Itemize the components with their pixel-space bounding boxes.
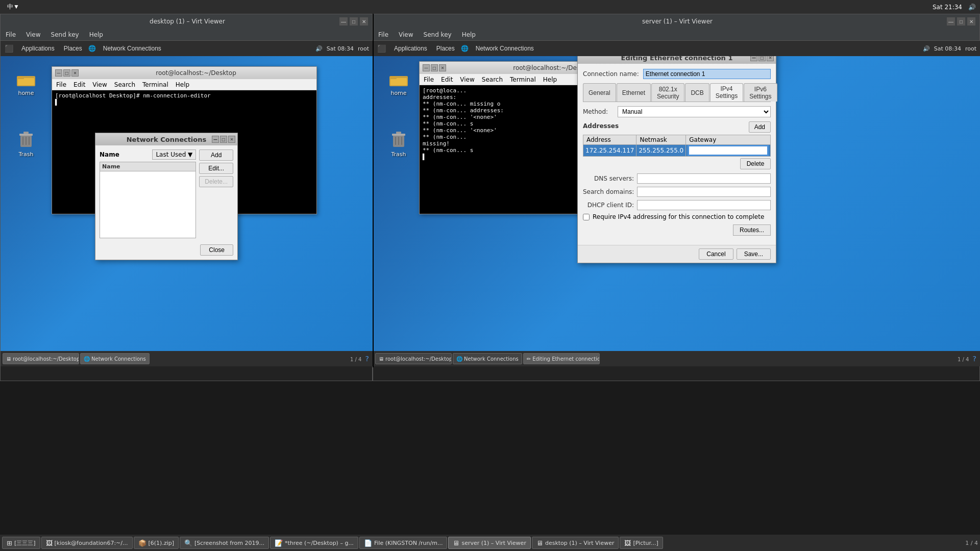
left-nc-minimize[interactable]: — xyxy=(212,136,219,143)
left-nc-close-btn[interactable]: Close xyxy=(200,244,233,256)
taskbar-item-8[interactable]: 🖼 [Pictur...] xyxy=(620,537,663,549)
left-menu-file[interactable]: File xyxy=(3,30,19,39)
right-menu-view[interactable]: View xyxy=(396,30,416,39)
left-menu-view[interactable]: View xyxy=(23,30,43,39)
right-vm-taskbar-terminal[interactable]: 🖥 root@localhost:~/Desktop xyxy=(375,353,452,364)
left-nc-list[interactable]: Name xyxy=(100,162,196,238)
left-terminal-minimize[interactable]: — xyxy=(55,69,62,77)
right-term-help[interactable]: Help xyxy=(541,76,559,84)
left-network-conn-btn[interactable]: Network Connections xyxy=(100,44,164,53)
ipv4-require-checkbox[interactable] xyxy=(583,214,590,220)
system-bar: 中▼ Sat 21:34 🔊 xyxy=(0,0,980,14)
right-menu-help[interactable]: Help xyxy=(459,30,479,39)
left-nc-edit-btn[interactable]: Edit... xyxy=(199,163,233,174)
left-menu-bar: File View Send key Help xyxy=(1,29,372,41)
left-term-file[interactable]: File xyxy=(54,81,68,89)
left-terminal-maximize[interactable]: □ xyxy=(63,69,70,77)
taskbar-icon-2: 📦 xyxy=(138,539,146,547)
addr-row-1-gateway[interactable] xyxy=(686,145,771,157)
right-term-search[interactable]: Search xyxy=(480,76,505,84)
col-netmask: Netmask xyxy=(636,135,686,145)
left-nc-side-btns: Add Edit... Delete... xyxy=(199,149,233,241)
save-btn[interactable]: Save... xyxy=(737,248,771,260)
search-domains-input[interactable] xyxy=(637,187,771,197)
method-select[interactable]: Manual Automatic (DHCP) xyxy=(618,106,771,117)
cancel-btn[interactable]: Cancel xyxy=(699,248,733,260)
taskbar-item-7[interactable]: 🖥 desktop (1) – Virt Viewer xyxy=(532,537,619,549)
left-maximize-btn[interactable]: □ xyxy=(350,17,358,26)
right-close-btn[interactable]: ✕ xyxy=(967,17,975,26)
gateway-input[interactable] xyxy=(688,145,768,156)
left-home-icon[interactable]: home xyxy=(8,66,44,98)
left-term-terminal[interactable]: Terminal xyxy=(140,81,170,89)
tab-8021x-security[interactable]: 802.1x Security xyxy=(651,83,684,102)
taskbar-item-3[interactable]: 🔍 [Screenshot from 2019... xyxy=(180,537,269,549)
right-vm-taskbar-editing[interactable]: ✏ Editing Ethernet connection 1 xyxy=(523,353,600,364)
tab-ipv4-settings[interactable]: IPv4 Settings xyxy=(710,83,743,102)
right-places-btn[interactable]: Places xyxy=(433,44,458,53)
addr-add-btn[interactable]: Add xyxy=(749,121,771,133)
right-term-terminal[interactable]: Terminal xyxy=(508,76,538,84)
right-term-edit[interactable]: Edit xyxy=(439,76,455,84)
left-term-help[interactable]: Help xyxy=(174,81,191,89)
left-minimize-btn[interactable]: — xyxy=(339,17,348,26)
left-term-search[interactable]: Search xyxy=(112,81,137,89)
left-close-btn[interactable]: ✕ xyxy=(360,17,368,26)
left-term-edit[interactable]: Edit xyxy=(71,81,87,89)
tab-dcb[interactable]: DCB xyxy=(685,83,709,102)
dhcp-input[interactable] xyxy=(637,200,771,210)
editing-ethernet-dialog: Editing Ethernet connection 1 — □ ✕ Conn… xyxy=(577,51,776,263)
taskbar-icon-1: 🖼 xyxy=(46,539,53,547)
taskbar-label-2: [6(1).zip] xyxy=(149,540,174,546)
left-vm-taskbar-netconn-label: Network Connections xyxy=(91,356,146,362)
system-menu-btn[interactable]: 中▼ xyxy=(4,2,22,12)
conn-name-input[interactable] xyxy=(643,69,771,79)
left-menu-help[interactable]: Help xyxy=(86,30,106,39)
right-network-conn-btn[interactable]: Network Connections xyxy=(473,44,537,53)
right-terminal-minimize[interactable]: — xyxy=(423,64,430,71)
method-label: Method: xyxy=(583,108,614,115)
right-term-view[interactable]: View xyxy=(458,76,476,84)
right-menu-sendkey[interactable]: Send key xyxy=(421,30,455,39)
left-vm-taskbar-netconn[interactable]: 🌐 Network Connections xyxy=(80,353,150,364)
taskbar-item-0[interactable]: ⊞ [三三三] xyxy=(2,537,40,549)
tab-ethernet[interactable]: Ethernet xyxy=(617,83,651,102)
left-nc-sort-btn[interactable]: Last Used ▼ xyxy=(152,149,196,160)
right-vm-time: Sat 08:34 xyxy=(934,45,961,52)
left-trash-icon[interactable]: Trash xyxy=(8,128,44,160)
taskbar-item-4[interactable]: 📝 *three (~/Desktop) – g... xyxy=(270,537,358,549)
right-menu-file[interactable]: File xyxy=(375,30,391,39)
tab-ipv6-settings[interactable]: IPv6 Settings xyxy=(744,83,777,102)
right-vm-taskbar-netconn[interactable]: 🌐 Network Connections xyxy=(453,353,522,364)
addr-delete-btn[interactable]: Delete xyxy=(740,158,771,169)
taskbar-item-1[interactable]: 🖼 [kiosk@foundation67:~/... xyxy=(41,537,133,549)
left-menu-sendkey[interactable]: Send key xyxy=(48,30,82,39)
left-nc-maximize[interactable]: □ xyxy=(220,136,227,143)
dns-input[interactable] xyxy=(637,173,771,184)
right-trash-icon[interactable]: Trash xyxy=(381,128,416,160)
left-nc-add-btn[interactable]: Add xyxy=(199,149,233,161)
right-applications-btn[interactable]: Applications xyxy=(391,44,430,53)
right-terminal-close[interactable]: ✕ xyxy=(439,64,446,71)
taskbar-item-2[interactable]: 📦 [6(1).zip] xyxy=(134,537,179,549)
taskbar-item-5[interactable]: 📄 File (KINGSTON /run/m... xyxy=(359,537,448,549)
left-term-view[interactable]: View xyxy=(90,81,109,89)
addr-row-1[interactable]: 172.25.254.117 255.255.255.0 xyxy=(583,145,771,157)
tab-general[interactable]: General xyxy=(583,83,616,102)
right-maximize-btn[interactable]: □ xyxy=(957,17,965,26)
right-home-icon[interactable]: home xyxy=(381,66,416,98)
taskbar-item-6[interactable]: 🖥 server (1) – Virt Viewer xyxy=(448,537,530,549)
left-terminal-close[interactable]: ✕ xyxy=(71,69,79,77)
left-nc-delete-btn[interactable]: Delete... xyxy=(199,176,233,187)
dns-servers-row: DNS servers: xyxy=(583,173,771,184)
right-term-file[interactable]: File xyxy=(422,76,436,84)
right-minimize-btn[interactable]: — xyxy=(947,17,955,26)
left-nc-close[interactable]: ✕ xyxy=(228,136,235,143)
right-terminal-maximize[interactable]: □ xyxy=(431,64,438,71)
routes-btn[interactable]: Routes... xyxy=(733,224,771,236)
left-vm-help-icon[interactable]: ? xyxy=(365,355,369,363)
right-vm-help-icon[interactable]: ? xyxy=(973,355,976,363)
left-vm-taskbar-terminal[interactable]: 🖥 root@localhost:~/Desktop xyxy=(3,353,79,364)
left-applications-btn[interactable]: Applications xyxy=(18,44,58,53)
left-places-btn[interactable]: Places xyxy=(61,44,85,53)
